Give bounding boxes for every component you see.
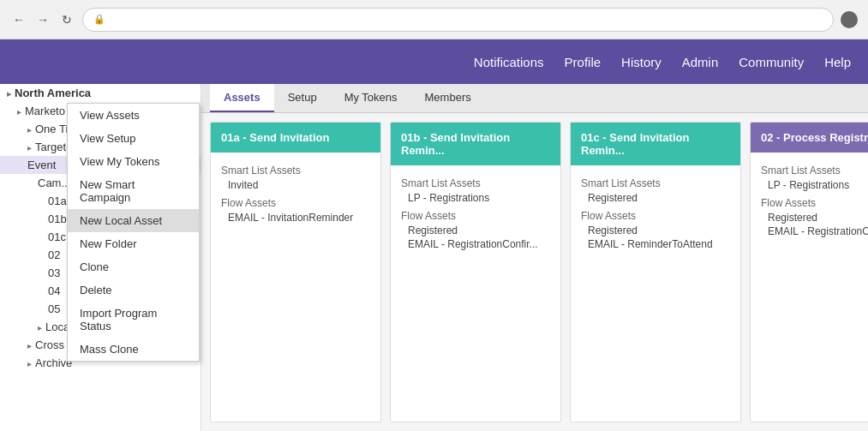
url-bar[interactable]: 🔒 <box>82 8 834 32</box>
content-area: AssetsSetupMy TokensMembers 01a - Send I… <box>201 84 868 431</box>
topnav-item-notifications[interactable]: Notifications <box>474 55 544 69</box>
card-section-label: Smart List Assets <box>761 165 868 177</box>
sidebar-item-label: 05 <box>48 302 60 315</box>
card-section-label: Smart List Assets <box>581 177 730 189</box>
card-body: Smart List AssetsLP - RegistrationsFlow … <box>391 165 560 258</box>
card-header: 01c - Send Invitation Remin... <box>571 123 740 165</box>
card-section-label: Flow Assets <box>401 210 550 222</box>
arrow-icon: ▸ <box>27 125 32 135</box>
context-menu-item-import-program-status[interactable]: Import Program Status <box>68 302 199 338</box>
card-item: EMAIL - RegistrationConfi... <box>761 224 868 238</box>
context-menu-item-view-assets[interactable]: View Assets <box>68 104 199 127</box>
card-item: EMAIL - InvitationReminder <box>221 211 370 224</box>
topnav-item-profile[interactable]: Profile <box>565 55 602 69</box>
card: 02 - Process RegistrationSmart List Asse… <box>750 122 868 422</box>
tab-my-tokens[interactable]: My Tokens <box>331 84 411 112</box>
sidebar-item-label: Marketo <box>25 105 65 117</box>
card: 01c - Send Invitation Remin...Smart List… <box>570 122 741 422</box>
card-item: Registered <box>761 211 868 224</box>
sidebar-item-label: North America <box>15 87 91 99</box>
reload-button[interactable]: ↻ <box>58 11 75 28</box>
context-menu-item-new-local-asset[interactable]: New Local Asset <box>68 209 199 232</box>
context-menu-item-mass-clone[interactable]: Mass Clone <box>68 338 199 361</box>
card-item: LP - Registrations <box>401 191 550 205</box>
card-item: Invited <box>221 178 370 192</box>
tab-assets[interactable]: Assets <box>210 84 274 112</box>
lock-icon: 🔒 <box>93 14 105 25</box>
card-section-label: Flow Assets <box>581 210 730 222</box>
card-header: 01a - Send Invitation <box>211 123 380 153</box>
card-header: 01b - Send Invitation Remin... <box>391 123 560 165</box>
top-navigation: NotificationsProfileHistoryAdminCommunit… <box>0 39 868 84</box>
arrow-icon: ▸ <box>17 107 21 117</box>
cards-container: 01a - Send InvitationSmart List AssetsIn… <box>201 113 868 431</box>
sidebar-item-label: 01c <box>48 230 66 243</box>
card: 01b - Send Invitation Remin...Smart List… <box>390 122 561 422</box>
arrow-icon: ▸ <box>27 359 32 368</box>
tab-setup[interactable]: Setup <box>274 84 331 112</box>
card: 01a - Send InvitationSmart List AssetsIn… <box>210 122 381 422</box>
browser-chrome: ← → ↻ 🔒 <box>0 0 868 39</box>
card-body: Smart List AssetsInvitedFlow AssetsEMAIL… <box>211 153 380 231</box>
sidebar-item[interactable]: ▸North America <box>0 84 201 102</box>
topnav-item-admin[interactable]: Admin <box>682 55 719 69</box>
sidebar-item-label: 04 <box>48 284 60 297</box>
arrow-icon: ▸ <box>38 323 42 332</box>
arrow-icon: ▸ <box>27 143 32 153</box>
card-item: EMAIL - ReminderToAttend <box>581 237 730 251</box>
card-item: EMAIL - RegistrationConfir... <box>401 237 550 251</box>
topnav-item-history[interactable]: History <box>621 55 661 69</box>
sidebar-item-label: Cam... <box>38 177 70 189</box>
card-section-label: Smart List Assets <box>221 165 370 177</box>
context-menu-item-delete[interactable]: Delete <box>68 278 199 302</box>
card-header: 02 - Process Registration <box>751 123 868 153</box>
tab-bar: AssetsSetupMy TokensMembers <box>201 84 868 113</box>
card-section-label: Flow Assets <box>221 197 370 209</box>
card-body: Smart List AssetsLP - RegistrationsFlow … <box>751 153 868 245</box>
tab-members[interactable]: Members <box>411 84 485 112</box>
context-menu-item-new-smart-campaign[interactable]: New Smart Campaign <box>68 173 199 209</box>
context-menu-item-new-folder[interactable]: New Folder <box>68 232 199 255</box>
sidebar-item-label: Event <box>27 159 56 171</box>
arrow-icon: ▸ <box>7 89 11 99</box>
topnav-item-community[interactable]: Community <box>739 55 804 69</box>
sidebar-item-label: 01a <box>48 195 67 207</box>
card-item: Registered <box>581 191 730 205</box>
close-button[interactable] <box>841 11 858 28</box>
card-item: Registered <box>581 224 730 237</box>
arrow-icon: ▸ <box>27 341 32 350</box>
back-button[interactable]: ← <box>10 11 27 28</box>
sidebar-item-label: 03 <box>48 266 60 279</box>
card-section-label: Smart List Assets <box>401 177 550 189</box>
sidebar-item-label: 01b <box>48 213 67 225</box>
card-body: Smart List AssetsRegisteredFlow AssetsRe… <box>571 165 740 258</box>
context-menu-item-clone[interactable]: Clone <box>68 255 199 278</box>
forward-button[interactable]: → <box>34 11 51 28</box>
card-section-label: Flow Assets <box>761 197 868 209</box>
context-menu-item-view-setup[interactable]: View Setup <box>68 127 199 150</box>
context-menu-item-view-my-tokens[interactable]: View My Tokens <box>68 150 199 173</box>
card-item: LP - Registrations <box>761 178 868 192</box>
card-item: Registered <box>401 224 550 237</box>
topnav-item-help[interactable]: Help <box>824 55 851 69</box>
sidebar-item-label: 02 <box>48 248 60 261</box>
context-menu: View AssetsView SetupView My TokensNew S… <box>67 103 200 362</box>
